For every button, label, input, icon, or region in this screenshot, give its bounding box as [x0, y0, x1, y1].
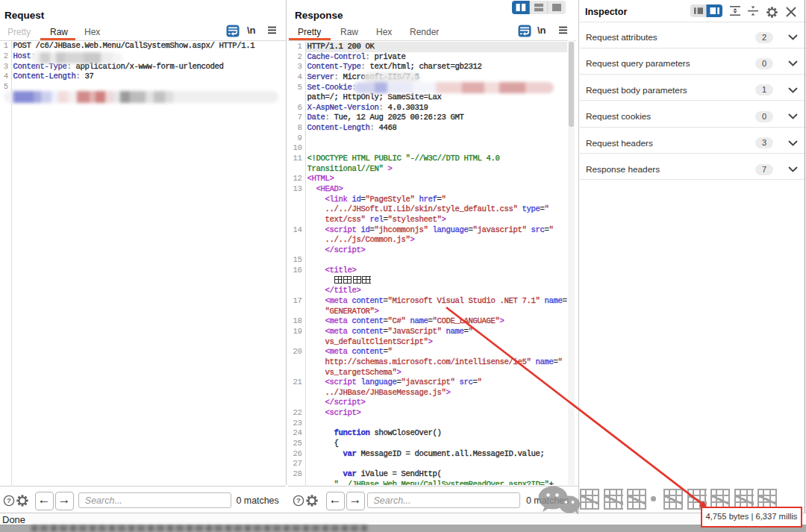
svg-text:?: ? — [296, 496, 301, 504]
svg-text:?: ? — [7, 496, 11, 504]
